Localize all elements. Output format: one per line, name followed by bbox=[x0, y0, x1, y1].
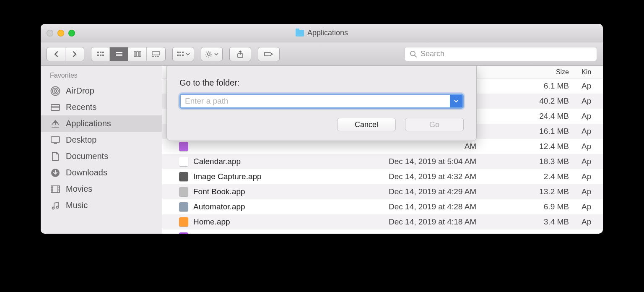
file-date: Dec 14, 2019 at 0:00 AM bbox=[389, 142, 514, 151]
view-mode-segment bbox=[91, 47, 166, 61]
traffic-lights bbox=[47, 30, 75, 36]
sidebar-item-recents[interactable]: Recents bbox=[41, 99, 162, 115]
sidebar-item-downloads[interactable]: Downloads bbox=[41, 164, 162, 181]
svg-rect-7 bbox=[116, 54, 122, 55]
table-row[interactable]: Image Capture.appDec 14, 2019 at 4:32 AM… bbox=[162, 169, 603, 184]
share-button[interactable] bbox=[229, 47, 251, 61]
file-size: 31.8 MB bbox=[514, 232, 577, 234]
search-icon bbox=[410, 50, 417, 58]
svg-rect-16 bbox=[177, 52, 179, 53]
svg-rect-21 bbox=[182, 55, 184, 56]
sidebar-item-desktop[interactable]: Desktop bbox=[41, 132, 162, 148]
file-date: Dec 14, 2019 at 4:28 AM bbox=[389, 202, 514, 211]
table-row[interactable]: Calendar.appDec 14, 2019 at 5:04 AM18.3 … bbox=[162, 154, 603, 169]
svg-rect-18 bbox=[182, 52, 184, 53]
path-field-wrap[interactable] bbox=[179, 94, 464, 109]
back-button[interactable] bbox=[47, 47, 65, 61]
file-kind: Ap bbox=[577, 157, 603, 166]
svg-rect-37 bbox=[51, 104, 60, 110]
icon-view-button[interactable] bbox=[91, 47, 110, 61]
chevron-down-icon bbox=[214, 52, 218, 56]
table-row[interactable]: Automator.appDec 14, 2019 at 4:28 AM6.9 … bbox=[162, 199, 603, 214]
table-row[interactable]: Dec 14, 2019 at 0:00 AM12.4 MBAp bbox=[162, 139, 603, 154]
sidebar-item-label: AirDrop bbox=[66, 86, 94, 96]
svg-rect-11 bbox=[139, 52, 141, 57]
svg-rect-14 bbox=[155, 56, 156, 57]
file-kind: Ap bbox=[577, 96, 603, 106]
app-icon bbox=[179, 142, 188, 151]
svg-point-53 bbox=[52, 207, 55, 209]
list-view-button[interactable] bbox=[110, 47, 128, 61]
sidebar-item-movies[interactable]: Movies bbox=[41, 181, 162, 197]
app-icon bbox=[179, 202, 188, 211]
sidebar-item-music[interactable]: Music bbox=[41, 197, 162, 214]
file-date: Dec 14, 2019 at 4:18 AM bbox=[389, 217, 514, 227]
sidebar-header: Favorites bbox=[41, 70, 162, 83]
cancel-button[interactable]: Cancel bbox=[337, 118, 396, 131]
file-kind: Ap bbox=[577, 217, 603, 227]
file-name: Font Book.app bbox=[193, 187, 245, 196]
sidebar-item-documents[interactable]: Documents bbox=[41, 148, 162, 164]
gallery-view-button[interactable] bbox=[147, 47, 165, 61]
action-menu-button[interactable] bbox=[201, 47, 223, 61]
svg-rect-0 bbox=[97, 52, 99, 53]
app-icon bbox=[179, 157, 188, 166]
file-size: 40.2 MB bbox=[514, 96, 577, 106]
apps-icon bbox=[50, 119, 61, 128]
share-icon bbox=[237, 50, 244, 58]
file-size: 2.4 MB bbox=[514, 172, 577, 181]
svg-line-33 bbox=[415, 55, 416, 57]
sidebar-item-label: Desktop bbox=[66, 135, 96, 145]
file-kind: Ap bbox=[577, 127, 603, 136]
file-kind: Ap bbox=[577, 142, 603, 151]
documents-icon bbox=[50, 152, 61, 161]
file-name: Home.app bbox=[193, 217, 230, 227]
svg-rect-20 bbox=[179, 55, 181, 56]
file-size: 13.2 MB bbox=[514, 187, 577, 196]
close-window-button[interactable] bbox=[47, 30, 53, 36]
main-panel: ⌄ Size Kin Dec 14, 2019 at 0:00 AM6.1 MB… bbox=[162, 66, 603, 234]
svg-line-27 bbox=[207, 52, 208, 52]
recents-icon bbox=[50, 103, 61, 112]
table-row[interactable]: Home.appDec 14, 2019 at 4:18 AM3.4 MBAp bbox=[162, 214, 603, 229]
path-dropdown-button[interactable] bbox=[450, 95, 462, 107]
file-kind: Ap bbox=[577, 232, 603, 234]
file-date: Dec 14, 2019 at 5:04 AM bbox=[389, 157, 514, 166]
app-icon bbox=[179, 187, 188, 196]
file-size: 16.1 MB bbox=[514, 127, 577, 136]
sidebar-item-applications[interactable]: Applications bbox=[41, 115, 162, 132]
column-view-button[interactable] bbox=[128, 47, 147, 61]
forward-button[interactable] bbox=[65, 47, 84, 61]
svg-line-30 bbox=[210, 52, 211, 52]
group-by-button[interactable] bbox=[172, 47, 194, 61]
chevron-down-icon bbox=[186, 52, 190, 56]
file-date: Dec 14, 2019 at 4:16 AM bbox=[389, 232, 514, 234]
search-field[interactable] bbox=[404, 47, 597, 61]
go-button[interactable]: Go bbox=[405, 118, 464, 131]
svg-rect-8 bbox=[116, 55, 122, 56]
sidebar-item-label: Downloads bbox=[66, 168, 107, 177]
svg-point-34 bbox=[54, 90, 57, 92]
nav-buttons bbox=[47, 47, 84, 61]
sheet-label: Go to the folder: bbox=[179, 78, 464, 88]
minimize-window-button[interactable] bbox=[57, 30, 64, 36]
table-row[interactable]: Font Book.appDec 14, 2019 at 4:29 AM13.2… bbox=[162, 184, 603, 199]
svg-point-54 bbox=[57, 206, 59, 208]
column-kind[interactable]: Kin bbox=[577, 68, 603, 76]
zoom-window-button[interactable] bbox=[68, 30, 75, 36]
table-row[interactable]: Podcasts.appDec 14, 2019 at 4:16 AM31.8 … bbox=[162, 229, 603, 234]
path-input[interactable] bbox=[181, 95, 450, 107]
column-size[interactable]: Size bbox=[514, 68, 577, 76]
file-kind: Ap bbox=[577, 172, 603, 181]
svg-rect-15 bbox=[157, 56, 159, 57]
folder-icon bbox=[296, 30, 304, 36]
svg-rect-19 bbox=[177, 55, 179, 56]
music-icon bbox=[50, 201, 61, 210]
tags-button[interactable] bbox=[258, 47, 280, 61]
sidebar: Favorites AirDropRecentsApplicationsDesk… bbox=[41, 66, 162, 234]
search-input[interactable] bbox=[421, 50, 592, 58]
file-size: 24.4 MB bbox=[514, 112, 577, 121]
file-name: Podcasts.app bbox=[193, 232, 242, 234]
sidebar-item-airdrop[interactable]: AirDrop bbox=[41, 83, 162, 99]
file-size: 3.4 MB bbox=[514, 217, 577, 227]
